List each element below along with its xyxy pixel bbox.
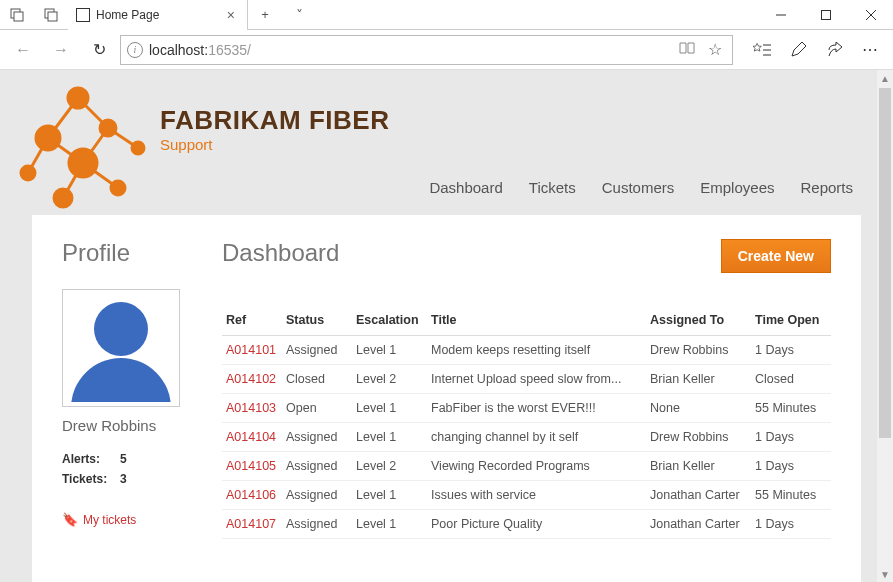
tab-close-icon[interactable]: × bbox=[223, 7, 239, 23]
cell-title: Poor Picture Quality bbox=[427, 510, 646, 539]
cell-ref[interactable]: A014103 bbox=[222, 394, 282, 423]
table-row[interactable]: A014104AssignedLevel 1changing channel b… bbox=[222, 423, 831, 452]
cell-time: 1 Days bbox=[751, 336, 831, 365]
cell-status: Open bbox=[282, 394, 352, 423]
table-row[interactable]: A014105AssignedLevel 2Viewing Recorded P… bbox=[222, 452, 831, 481]
brand-logo-icon bbox=[8, 78, 158, 218]
cell-assigned: Brian Keller bbox=[646, 452, 751, 481]
nav-tickets[interactable]: Tickets bbox=[529, 179, 576, 196]
cell-assigned: Drew Robbins bbox=[646, 423, 751, 452]
alerts-value: 5 bbox=[120, 452, 127, 466]
nav-customers[interactable]: Customers bbox=[602, 179, 675, 196]
new-tab-button[interactable]: + bbox=[248, 0, 282, 30]
alerts-label: Alerts: bbox=[62, 452, 120, 466]
page-icon bbox=[76, 8, 90, 22]
my-tickets-link[interactable]: 🔖 My tickets bbox=[62, 512, 192, 527]
avatar bbox=[62, 289, 180, 407]
cell-escalation: Level 1 bbox=[352, 394, 427, 423]
url-field[interactable]: i localhost:16535/ ☆ bbox=[120, 35, 733, 65]
svg-point-23 bbox=[69, 149, 97, 177]
cell-time: 1 Days bbox=[751, 423, 831, 452]
profile-heading: Profile bbox=[62, 239, 192, 267]
col-status: Status bbox=[282, 307, 352, 336]
browser-address-bar: ← → ↻ i localhost:16535/ ☆ ⋯ bbox=[0, 30, 893, 70]
cell-assigned: None bbox=[646, 394, 751, 423]
cell-escalation: Level 2 bbox=[352, 365, 427, 394]
browser-titlebar: Home Page × + ˅ bbox=[0, 0, 893, 30]
more-icon[interactable]: ⋯ bbox=[853, 33, 887, 67]
tag-icon: 🔖 bbox=[62, 512, 78, 527]
svg-point-22 bbox=[21, 166, 35, 180]
reading-view-icon[interactable] bbox=[676, 41, 698, 59]
tickets-label: Tickets: bbox=[62, 472, 120, 486]
nav-reports[interactable]: Reports bbox=[800, 179, 853, 196]
table-row[interactable]: A014103OpenLevel 1FabFiber is the worst … bbox=[222, 394, 831, 423]
notes-icon[interactable] bbox=[781, 33, 815, 67]
svg-point-19 bbox=[68, 88, 88, 108]
svg-point-20 bbox=[36, 126, 60, 150]
svg-rect-5 bbox=[821, 11, 830, 20]
col-time: Time Open bbox=[751, 307, 831, 336]
cell-status: Assigned bbox=[282, 510, 352, 539]
cell-status: Closed bbox=[282, 365, 352, 394]
cell-title: changing channel by it self bbox=[427, 423, 646, 452]
cell-assigned: Drew Robbins bbox=[646, 336, 751, 365]
table-row[interactable]: A014102ClosedLevel 2Internet Upload spee… bbox=[222, 365, 831, 394]
cell-escalation: Level 1 bbox=[352, 336, 427, 365]
tickets-table: Ref Status Escalation Title Assigned To … bbox=[222, 307, 831, 539]
cell-title: Viewing Recorded Programs bbox=[427, 452, 646, 481]
tab-actions-right-icon[interactable] bbox=[34, 0, 68, 30]
favorites-list-icon[interactable] bbox=[745, 33, 779, 67]
cell-ref[interactable]: A014101 bbox=[222, 336, 282, 365]
table-row[interactable]: A014107AssignedLevel 1Poor Picture Quali… bbox=[222, 510, 831, 539]
col-title: Title bbox=[427, 307, 646, 336]
cell-time: Closed bbox=[751, 365, 831, 394]
share-icon[interactable] bbox=[817, 33, 851, 67]
browser-tab[interactable]: Home Page × bbox=[68, 0, 248, 30]
cell-status: Assigned bbox=[282, 423, 352, 452]
profile-name: Drew Robbins bbox=[62, 417, 192, 434]
col-ref: Ref bbox=[222, 307, 282, 336]
svg-point-25 bbox=[54, 189, 72, 207]
window-maximize-button[interactable] bbox=[803, 0, 848, 30]
back-button[interactable]: ← bbox=[6, 33, 40, 67]
forward-button[interactable]: → bbox=[44, 33, 78, 67]
create-new-button[interactable]: Create New bbox=[721, 239, 831, 273]
col-assigned: Assigned To bbox=[646, 307, 751, 336]
refresh-button[interactable]: ↻ bbox=[82, 33, 116, 67]
cell-status: Assigned bbox=[282, 336, 352, 365]
cell-ref[interactable]: A014106 bbox=[222, 481, 282, 510]
brand-subtitle: Support bbox=[160, 136, 893, 153]
cell-assigned: Brian Keller bbox=[646, 365, 751, 394]
url-text: localhost:16535/ bbox=[149, 42, 670, 58]
site-info-icon[interactable]: i bbox=[127, 42, 143, 58]
tab-title: Home Page bbox=[96, 8, 217, 22]
profile-sidebar: Profile Drew Robbins Alerts: 5 Tickets: … bbox=[62, 239, 192, 582]
tabs-chevron-icon[interactable]: ˅ bbox=[282, 0, 316, 30]
window-close-button[interactable] bbox=[848, 0, 893, 30]
cell-escalation: Level 2 bbox=[352, 452, 427, 481]
svg-rect-3 bbox=[48, 12, 57, 21]
tickets-value: 3 bbox=[120, 472, 127, 486]
cell-ref[interactable]: A014104 bbox=[222, 423, 282, 452]
cell-time: 1 Days bbox=[751, 510, 831, 539]
table-row[interactable]: A014106AssignedLevel 1Issues with servic… bbox=[222, 481, 831, 510]
cell-title: Issues with service bbox=[427, 481, 646, 510]
col-escalation: Escalation bbox=[352, 307, 427, 336]
cell-escalation: Level 1 bbox=[352, 423, 427, 452]
svg-point-21 bbox=[100, 120, 116, 136]
cell-ref[interactable]: A014102 bbox=[222, 365, 282, 394]
svg-point-26 bbox=[111, 181, 125, 195]
nav-dashboard[interactable]: Dashboard bbox=[429, 179, 502, 196]
cell-ref[interactable]: A014105 bbox=[222, 452, 282, 481]
dashboard-main: Dashboard Create New Ref Status Escalati… bbox=[222, 239, 831, 582]
window-minimize-button[interactable] bbox=[758, 0, 803, 30]
nav-employees[interactable]: Employees bbox=[700, 179, 774, 196]
tab-actions-left-icon[interactable] bbox=[0, 0, 34, 30]
cell-title: FabFiber is the worst EVER!!! bbox=[427, 394, 646, 423]
table-row[interactable]: A014101AssignedLevel 1Modem keeps resett… bbox=[222, 336, 831, 365]
favorite-star-icon[interactable]: ☆ bbox=[704, 40, 726, 59]
cell-time: 55 Minutes bbox=[751, 394, 831, 423]
cell-ref[interactable]: A014107 bbox=[222, 510, 282, 539]
cell-status: Assigned bbox=[282, 452, 352, 481]
